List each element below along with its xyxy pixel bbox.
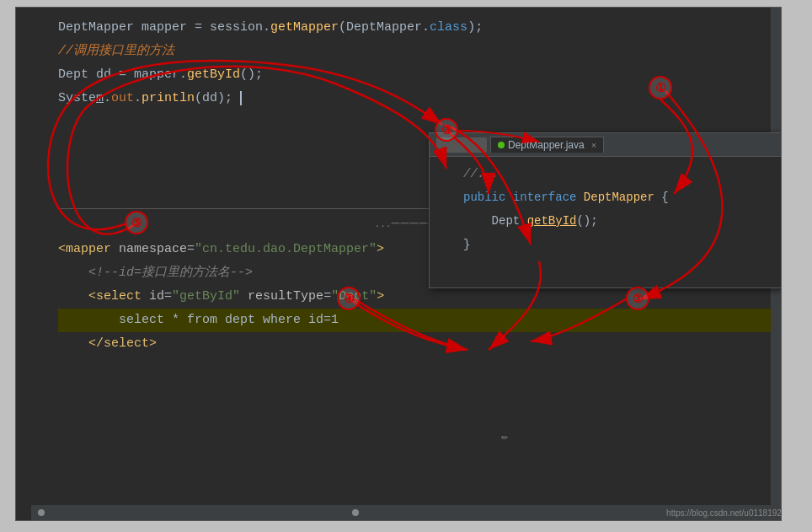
code-line-14: </select> [58,332,772,356]
code-line-2: //调用接口里的方法 [58,40,772,63]
annotation-2: ② [626,287,649,310]
pen-icon: ✏ [501,429,508,443]
code-line-1: DeptMapper mapper = session.getMapper(De… [58,16,772,40]
bottom-dot-left [38,509,45,516]
tab-dot-icon [498,142,505,148]
float-panel: DeptMapper.java × //... public interface… [429,132,782,288]
tab-label: DeptMapper.java [508,139,585,151]
code-line-13: select * from dept where id=1 [58,309,772,332]
float-panel-tab-bar: DeptMapper.java × [430,133,782,157]
annotation-3: ③ [435,118,458,142]
float-panel-code: //... public interface DeptMapper { Dept… [430,157,782,261]
float-line-4: } [463,233,773,256]
float-line-2: public interface DeptMapper { [463,185,773,209]
code-line-12: <select id="getById" resultType="Dept"> [58,285,772,309]
bottom-url: https://blog.csdn.net/u011819291 [666,508,782,518]
bottom-bar: https://blog.csdn.net/u011819291 [31,505,782,520]
float-line-3: Dept getById(); [463,209,773,233]
float-line-1: //... [463,162,773,185]
annotation-4: ④ [337,287,361,310]
code-line-15 [58,356,772,379]
tab-close-icon[interactable]: × [591,140,596,150]
annotation-5: ⑤ [125,211,148,234]
bottom-dot-center [352,509,359,516]
code-line-5 [58,110,772,134]
deptmapper-tab[interactable]: DeptMapper.java × [490,137,604,153]
annotation-1: ① [649,76,672,99]
